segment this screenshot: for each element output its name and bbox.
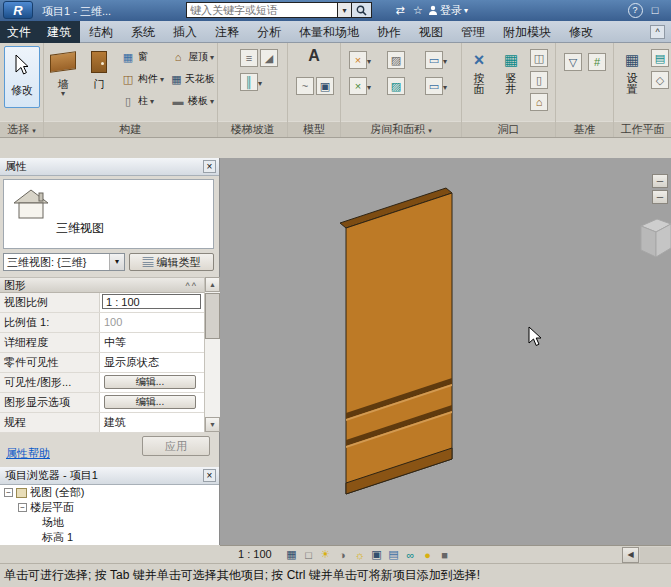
column-button[interactable]: ▯柱▾ (118, 90, 168, 112)
shaft-button[interactable]: ▦ 竖井 (496, 48, 526, 95)
opening-by-face-button[interactable]: × 按面 (464, 48, 494, 95)
reveal-hidden-icon[interactable]: ● (420, 547, 435, 562)
level-button[interactable]: ▽ (564, 53, 582, 71)
railing-button[interactable]: ║▾ (240, 73, 262, 91)
roof-button[interactable]: ⌂屋顶▾ (168, 46, 217, 68)
visibility-graphics-edit-button[interactable]: 编辑... (104, 375, 196, 389)
panel-label-select[interactable]: 选择 ▾ (0, 121, 43, 137)
discipline-field[interactable]: 建筑 (100, 413, 204, 432)
detail-level-icon[interactable]: ▦ (284, 547, 299, 562)
collapse-section-icon[interactable]: ^^ (186, 279, 198, 293)
model-group-button[interactable]: ▣ (316, 77, 334, 95)
tab-massing-site[interactable]: 体量和场地 (290, 21, 368, 43)
sun-path-icon[interactable]: ☼ (352, 547, 367, 562)
favorites-star-icon[interactable]: ☆ (410, 2, 426, 18)
area-boundary-button[interactable]: ▨ (387, 77, 405, 95)
ceiling-button[interactable]: ▦天花板 (168, 68, 217, 90)
tree-item-site[interactable]: 场地 (0, 515, 219, 530)
scrollbar-thumb[interactable] (205, 293, 220, 339)
search-input[interactable] (186, 2, 338, 18)
dormer-button[interactable]: ⌂ (530, 93, 548, 111)
tab-architecture[interactable]: 建筑 (38, 21, 80, 43)
detail-level-field[interactable]: 中等 (100, 333, 204, 352)
tab-systems[interactable]: 系统 (122, 21, 164, 43)
view-minimize-icon[interactable]: ─ (652, 174, 668, 188)
type-selector[interactable]: 三维视图 (3, 179, 214, 249)
help-icon[interactable]: ? (627, 2, 643, 18)
model-text-button[interactable]: A (304, 47, 324, 65)
show-workplane-button[interactable]: ▤ (651, 49, 669, 67)
tab-annotate[interactable]: 注释 (206, 21, 248, 43)
tab-manage[interactable]: 管理 (452, 21, 494, 43)
workplane-viewer-button[interactable]: ◇ (651, 71, 669, 89)
tree-item-level1[interactable]: 标高 1 (0, 530, 219, 545)
tab-structure[interactable]: 结构 (80, 21, 122, 43)
tab-modify[interactable]: 修改 (560, 21, 602, 43)
shadows-icon[interactable]: ◑ (335, 547, 350, 562)
collapse-icon[interactable]: − (4, 488, 13, 497)
tab-addins[interactable]: 附加模块 (494, 21, 560, 43)
panel-label-build[interactable]: 构建 (44, 121, 217, 137)
properties-help-link[interactable]: 属性帮助 (6, 446, 50, 461)
room-button[interactable]: ×▾ (349, 51, 371, 69)
app-logo[interactable]: R (3, 1, 33, 19)
tab-collaborate[interactable]: 协作 (368, 21, 410, 43)
vertical-opening-button[interactable]: ▯ (530, 71, 548, 89)
sun-icon[interactable]: ☀ (318, 547, 333, 562)
wall-element[interactable] (346, 193, 452, 494)
chevron-down-icon[interactable]: ▾ (109, 254, 124, 270)
area-button[interactable]: ×▾ (349, 77, 371, 95)
apply-button[interactable]: 应用 (142, 436, 210, 456)
view-restore-icon[interactable]: ─ (652, 190, 668, 204)
temporary-hide-icon[interactable]: ∞ (403, 547, 418, 562)
graphics-section-header[interactable]: 图形 ^^ (0, 277, 204, 293)
modify-tool-button[interactable]: 修改 (4, 46, 40, 108)
room-separator-button[interactable]: ▨ (387, 51, 405, 69)
drawing-area[interactable]: ─ ─ (220, 158, 671, 545)
panel-label-opening[interactable]: 洞口 (462, 121, 555, 137)
panel-label-datum[interactable]: 基准 (556, 121, 613, 137)
tab-insert[interactable]: 插入 (164, 21, 206, 43)
signin-button[interactable]: 登录 ▾ (428, 2, 468, 18)
close-icon[interactable]: × (203, 160, 216, 173)
panel-label-model[interactable]: 模型 (288, 121, 340, 137)
visual-style-icon[interactable]: □ (301, 547, 316, 562)
tab-analyze[interactable]: 分析 (248, 21, 290, 43)
tag-area-button[interactable]: ▭▾ (425, 77, 447, 95)
project-browser-header[interactable]: 项目浏览器 - 项目1 × (0, 467, 219, 485)
instance-selector-combobox[interactable]: 三维视图: {三维} ▾ (3, 253, 125, 271)
infocenter-toggle-icon[interactable]: □ (647, 2, 663, 18)
close-icon[interactable]: × (203, 469, 216, 482)
parts-visibility-field[interactable]: 显示原状态 (100, 353, 204, 372)
search-icon[interactable] (352, 2, 372, 18)
properties-scrollbar[interactable]: ▲ ▼ (204, 277, 220, 432)
lock-view-icon[interactable]: ■ (437, 547, 452, 562)
tree-item-views[interactable]: − 视图 (全部) (0, 485, 219, 500)
wall-button[interactable]: 墙 ▾ (46, 46, 80, 97)
panel-label-workplane[interactable]: 工作平面 (614, 121, 671, 137)
graphic-display-options-edit-button[interactable]: 编辑... (104, 395, 196, 409)
scroll-down-icon[interactable]: ▼ (205, 417, 220, 432)
show-crop-icon[interactable]: ▤ (386, 547, 401, 562)
model-line-button[interactable]: ~ (296, 77, 314, 95)
tag-room-button[interactable]: ▭▾ (425, 51, 447, 69)
exchange-icon[interactable]: ⇄ (392, 2, 408, 18)
ramp-button[interactable]: ◢ (260, 49, 278, 67)
panel-label-circulation[interactable]: 楼梯坡道 (218, 121, 287, 137)
component-button[interactable]: ◫构件▾ (118, 68, 168, 90)
set-workplane-button[interactable]: ▦ 设置 (617, 48, 647, 95)
crop-view-icon[interactable]: ▣ (369, 547, 384, 562)
floor-button[interactable]: ▬楼板▾ (168, 90, 217, 112)
hscroll-left-icon[interactable]: ◀ (622, 547, 639, 563)
search-dropdown-icon[interactable]: ▾ (338, 2, 352, 18)
properties-header[interactable]: 属性 × (0, 158, 219, 176)
file-menu-button[interactable]: 文件 (0, 21, 38, 43)
panel-label-room-area[interactable]: 房间和面积 ▾ (341, 121, 461, 137)
tab-view[interactable]: 视图 (410, 21, 452, 43)
collapse-icon[interactable]: − (18, 503, 27, 512)
hscroll-track[interactable] (640, 547, 671, 563)
wall-opening-button[interactable]: ◫ (530, 49, 548, 67)
door-button[interactable]: 门 (82, 46, 116, 90)
tree-item-floor-plans[interactable]: − 楼层平面 (0, 500, 219, 515)
stairs-button[interactable]: ≡ (240, 49, 258, 67)
